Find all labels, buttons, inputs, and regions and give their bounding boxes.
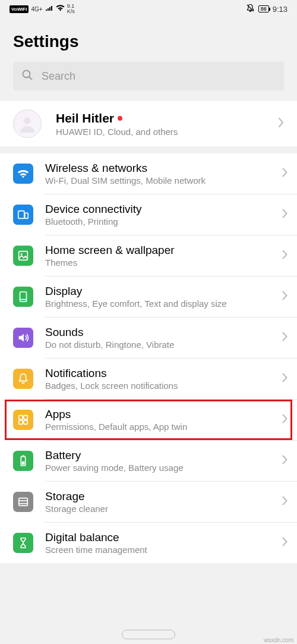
avatar <box>13 109 42 138</box>
row-title: Device connectivity <box>45 203 270 216</box>
row-title: Home screen & wallpaper <box>45 244 270 257</box>
row-text: Display Brightness, Eye comfort, Text an… <box>45 285 270 309</box>
setting-row-hourglass[interactable]: Digital balance Screen time management <box>0 523 297 563</box>
row-title: Display <box>45 285 270 298</box>
row-title: Sounds <box>45 326 270 339</box>
bell-icon <box>13 369 33 389</box>
watermark: wsxdn.com <box>264 637 293 643</box>
section-gap <box>0 146 297 153</box>
row-subtitle: Do not disturb, Ringtone, Vibrate <box>45 340 270 350</box>
search-placeholder: Search <box>42 70 75 83</box>
row-title: Digital balance <box>45 531 270 544</box>
row-title: Wireless & networks <box>45 162 270 175</box>
clock: 9:13 <box>273 5 287 14</box>
vowifi-badge: VoWiFi <box>10 5 29 13</box>
row-subtitle: Themes <box>45 257 270 268</box>
chevron-right-icon <box>282 332 287 344</box>
mute-icon <box>246 4 255 14</box>
row-subtitle: Storage cleaner <box>45 504 270 514</box>
chevron-right-icon <box>282 455 287 467</box>
row-title: Notifications <box>45 367 270 380</box>
storage-icon <box>13 492 33 512</box>
display-icon <box>13 287 33 307</box>
sound-icon <box>13 328 33 348</box>
profile-text: Heil Hitler HUAWEI ID, Cloud, and others <box>56 111 264 137</box>
row-text: Device connectivity Bluetooth, Printing <box>45 203 270 227</box>
page-title: Settings <box>0 18 297 62</box>
chevron-right-icon <box>282 168 287 180</box>
profile-subtitle: HUAWEI ID, Cloud, and others <box>56 127 264 137</box>
svg-line-1 <box>29 77 32 80</box>
alert-dot-icon <box>118 116 122 121</box>
status-left: VoWiFi 4G+ 9.1K/s <box>10 4 75 14</box>
setting-row-display[interactable]: Display Brightness, Eye comfort, Text an… <box>0 277 297 317</box>
setting-row-battery[interactable]: Battery Power saving mode, Battery usage <box>0 441 297 481</box>
svg-point-0 <box>23 71 30 78</box>
row-text: Apps Permissions, Default apps, App twin <box>45 408 270 432</box>
setting-row-wallpaper[interactable]: Home screen & wallpaper Themes <box>0 235 297 276</box>
row-text: Home screen & wallpaper Themes <box>45 244 270 268</box>
settings-list: Wireless & networks Wi-Fi, Dual SIM sett… <box>0 153 297 563</box>
row-subtitle: Bluetooth, Printing <box>45 216 270 227</box>
row-text: Digital balance Screen time management <box>45 531 270 555</box>
row-subtitle: Brightness, Eye comfort, Text and displa… <box>45 299 270 309</box>
home-indicator[interactable] <box>122 630 175 639</box>
signal-type: 4G+ <box>31 6 42 12</box>
profile-name: Heil Hitler <box>56 111 122 125</box>
row-subtitle: Badges, Lock screen notifications <box>45 381 270 391</box>
chevron-right-icon <box>282 291 287 303</box>
setting-row-sound[interactable]: Sounds Do not disturb, Ringtone, Vibrate <box>0 318 297 358</box>
row-text: Wireless & networks Wi-Fi, Dual SIM sett… <box>45 162 270 186</box>
setting-row-apps[interactable]: Apps Permissions, Default apps, App twin <box>5 400 292 440</box>
row-subtitle: Power saving mode, Battery usage <box>45 463 270 473</box>
network-speed: 9.1K/s <box>67 4 75 14</box>
wallpaper-icon <box>13 246 33 266</box>
wifi-icon <box>13 164 33 184</box>
devices-icon <box>13 205 33 225</box>
row-subtitle: Screen time management <box>45 545 270 555</box>
row-text: Battery Power saving mode, Battery usage <box>45 449 270 473</box>
setting-row-devices[interactable]: Device connectivity Bluetooth, Printing <box>0 194 297 235</box>
svg-point-2 <box>24 117 31 124</box>
chevron-right-icon <box>282 209 287 221</box>
setting-row-wifi[interactable]: Wireless & networks Wi-Fi, Dual SIM sett… <box>0 153 297 194</box>
row-title: Apps <box>45 408 270 421</box>
chevron-right-icon <box>282 496 287 508</box>
hourglass-icon <box>13 533 33 553</box>
wifi-icon <box>56 5 65 13</box>
row-subtitle: Permissions, Default apps, App twin <box>45 422 270 432</box>
apps-icon <box>13 410 33 430</box>
setting-row-bell[interactable]: Notifications Badges, Lock screen notifi… <box>0 359 297 399</box>
row-subtitle: Wi-Fi, Dual SIM settings, Mobile network <box>45 175 270 186</box>
chevron-right-icon <box>278 117 284 130</box>
status-bar: VoWiFi 4G+ 9.1K/s 86 9:13 <box>0 0 297 18</box>
search-icon <box>21 69 33 83</box>
chevron-right-icon <box>282 537 287 549</box>
battery-indicator: 86 <box>258 5 269 12</box>
row-text: Sounds Do not disturb, Ringtone, Vibrate <box>45 326 270 350</box>
row-title: Storage <box>45 490 270 503</box>
status-right: 86 9:13 <box>246 4 287 14</box>
setting-row-storage[interactable]: Storage Storage cleaner <box>0 482 297 522</box>
search-input[interactable]: Search <box>13 62 284 90</box>
row-title: Battery <box>45 449 270 462</box>
row-text: Notifications Badges, Lock screen notifi… <box>45 367 270 391</box>
signal-bars-icon <box>45 5 53 13</box>
chevron-right-icon <box>282 250 287 262</box>
row-text: Storage Storage cleaner <box>45 490 270 514</box>
chevron-right-icon <box>282 414 287 426</box>
profile-row[interactable]: Heil Hitler HUAWEI ID, Cloud, and others <box>0 101 297 146</box>
battery-icon <box>13 451 33 471</box>
chevron-right-icon <box>282 373 287 385</box>
